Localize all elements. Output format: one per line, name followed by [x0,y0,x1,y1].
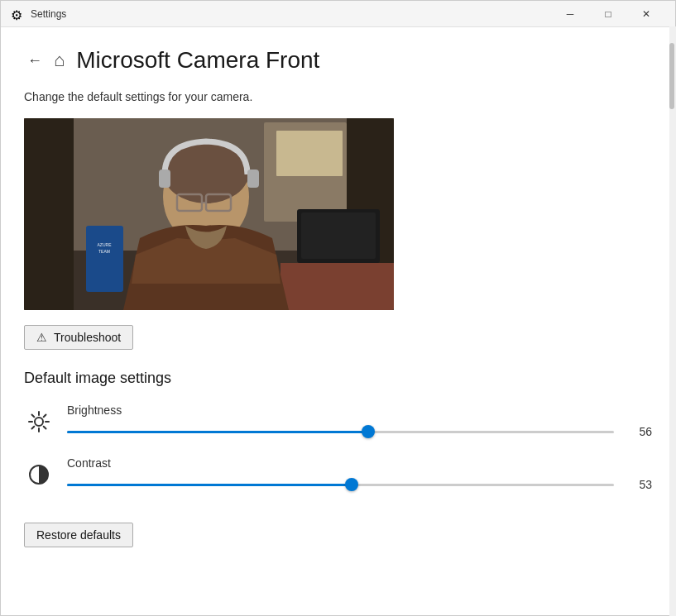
svg-rect-16 [247,170,259,188]
troubleshoot-button[interactable]: ⚠ Troubleshoot [24,325,133,350]
maximize-button[interactable]: □ [589,1,627,27]
svg-text:TEAM: TEAM [98,249,110,254]
contrast-thumb[interactable] [345,478,358,491]
svg-rect-6 [276,131,343,176]
app-window: ⚙ Settings ─ □ ✕ ← ⌂ Microsoft Camera Fr… [0,0,676,616]
minimize-button[interactable]: ─ [551,1,589,27]
contrast-row: Contrast 53 [24,456,652,493]
svg-rect-3 [24,118,74,310]
contrast-value: 53 [627,478,652,491]
brightness-thumb[interactable] [362,425,375,438]
contrast-slider-container: 53 [67,476,652,493]
svg-rect-15 [159,170,170,188]
contrast-circle-icon [27,463,50,486]
close-button[interactable]: ✕ [627,1,665,27]
svg-rect-9 [280,263,394,310]
camera-preview: AZURE TEAM [24,118,394,310]
brightness-label: Brightness [67,404,652,417]
contrast-content: Contrast 53 [67,456,652,493]
default-settings-title: Default image settings [24,370,652,387]
back-button[interactable]: ← [24,49,46,73]
brightness-row: Brightness 56 [24,404,652,440]
svg-point-20 [35,418,43,426]
contrast-fill [67,484,352,486]
contrast-label: Contrast [67,456,652,470]
window-controls: ─ □ ✕ [551,1,665,27]
page-description: Change the default settings for your cam… [24,90,652,103]
scrollbar-thumb[interactable] [669,43,674,109]
titlebar-title: Settings [31,8,551,20]
page-header: ← ⌂ Microsoft Camera Front [24,47,652,74]
svg-rect-17 [86,226,123,292]
home-icon: ⌂ [54,50,65,71]
brightness-slider-wrapper [67,423,614,440]
brightness-fill [67,431,368,433]
brightness-icon [24,407,54,437]
brightness-value: 56 [627,425,652,438]
svg-line-28 [32,427,35,429]
titlebar: ⚙ Settings ─ □ ✕ [1,1,675,27]
svg-rect-8 [301,212,376,259]
warning-icon: ⚠ [36,331,47,344]
brightness-content: Brightness 56 [67,404,652,440]
svg-line-25 [32,415,35,418]
camera-scene: AZURE TEAM [24,118,394,310]
svg-line-27 [44,415,46,418]
settings-icon: ⚙ [11,7,24,21]
troubleshoot-label: Troubleshoot [54,331,121,344]
camera-feed-svg: AZURE TEAM [24,118,394,310]
svg-text:AZURE: AZURE [98,242,113,247]
main-content: ← ⌂ Microsoft Camera Front Change the de… [1,27,675,615]
sun-icon [27,410,50,433]
svg-line-26 [44,427,46,429]
brightness-slider-container: 56 [67,423,652,440]
scrollbar[interactable] [669,26,676,616]
contrast-slider-wrapper [67,476,614,493]
restore-defaults-button[interactable]: Restore defaults [24,523,133,547]
page-title: Microsoft Camera Front [76,47,319,74]
contrast-icon [24,460,54,489]
